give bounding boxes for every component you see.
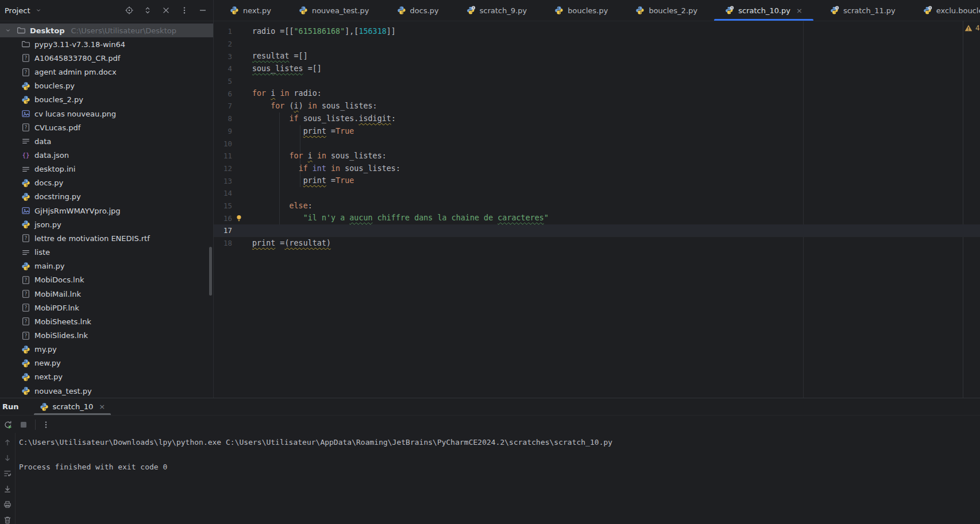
code-line-9[interactable]: 9 print =True [214,125,980,138]
tab-boucles_2.py[interactable]: boucles_2.py [622,0,711,21]
editor-code-area[interactable]: 1radio =[["615186168"],[156318]]23result… [214,25,980,249]
code-line-2[interactable]: 2 [214,38,980,51]
line-number[interactable]: 15 [214,201,232,210]
tree-item-MobiMail.lnk[interactable]: ?MobiMail.lnk [0,287,213,301]
code-line-14[interactable]: 14 [214,187,980,200]
code-line-11[interactable]: 11 for i in sous_listes: [214,150,980,162]
tree-item-liste[interactable]: liste [0,246,213,259]
locate-file-icon[interactable] [125,6,134,15]
soft-wrap-icon[interactable] [3,469,12,478]
run-tab-close-icon[interactable]: × [99,402,105,411]
line-number[interactable]: 12 [214,164,232,173]
python-icon [21,192,30,201]
code-line-3[interactable]: 3resultat =[] [214,50,980,63]
hide-panel-icon[interactable] [198,6,207,15]
tab-exclu.boucle.py[interactable]: exclu.boucle.py [909,0,980,21]
tree-item-my.py[interactable]: my.py [0,343,213,356]
line-number[interactable]: 10 [214,139,232,148]
console-more-options-icon[interactable] [41,420,51,430]
tree-item-lettre de motivation ENEDIS.rtf[interactable]: ?lettre de motivation ENEDIS.rtf [0,231,213,245]
line-number[interactable]: 4 [214,64,232,73]
tree-item-MobiSheets.lnk[interactable]: ?MobiSheets.lnk [0,315,213,328]
more-options-icon[interactable] [180,6,189,15]
stop-icon[interactable] [18,420,29,430]
tab-nouvea_test.py[interactable]: nouvea_test.py [285,0,383,21]
line-number[interactable]: 5 [214,77,232,86]
scroll-to-end-icon[interactable] [3,484,12,494]
tree-item-pypy3.11-v7.3.18-win64[interactable]: pypy3.11-v7.3.18-win64 [0,37,213,51]
code-line-6[interactable]: 6for i in radio: [214,87,980,100]
tab-scratch_9.py[interactable]: scratch_9.py [453,0,541,21]
code-line-15[interactable]: 15 else: [214,200,980,212]
tab-next.py[interactable]: next.py [216,0,285,21]
tree-item-MobiPDF.lnk[interactable]: ?MobiPDF.lnk [0,301,213,315]
tree-item-data[interactable]: data [0,134,213,148]
code-line-13[interactable]: 13 print =True [214,174,980,187]
chevron-down-icon[interactable] [34,6,43,15]
code-line-10[interactable]: 10 [214,137,980,150]
tree-root-desktop[interactable]: Desktop C:\Users\Utilisateur\Desktop [0,24,213,37]
tree-item-MobiDocs.lnk[interactable]: ?MobiDocs.lnk [0,273,213,287]
tab-docs.py[interactable]: docs.py [383,0,453,21]
tree-item-data.json[interactable]: {}data.json [0,148,213,162]
project-panel-title[interactable]: Project [5,6,30,15]
project-scrollbar-thumb[interactable] [209,247,212,296]
tree-item-docstring.py[interactable]: docstring.py [0,190,213,204]
tree-item-cv lucas nouveau.png[interactable]: cv lucas nouveau.png [0,107,213,121]
tree-item-A10645833780_CR.pdf[interactable]: ?A10645833780_CR.pdf [0,51,213,65]
collapse-all-icon[interactable] [161,6,171,15]
line-number[interactable]: 6 [214,90,232,98]
tree-item-docs.py[interactable]: docs.py [0,176,213,190]
tree-item-json.py[interactable]: json.py [0,218,213,231]
tree-item-desktop.ini[interactable]: desktop.ini [0,162,213,176]
next-occurrence-icon[interactable] [3,453,12,463]
line-number[interactable]: 9 [214,127,232,135]
code-line-18[interactable]: 18print =(resultat) [214,237,980,250]
print-icon[interactable] [3,500,12,509]
code-line-5[interactable]: 5 [214,75,980,88]
line-number[interactable]: 17 [214,226,232,235]
tree-item-agent admin pm.docx[interactable]: ?agent admin pm.docx [0,65,213,79]
line-number[interactable]: 3 [214,52,232,61]
inspections-widget[interactable]: 4 [964,24,980,33]
code-line-7[interactable]: 7 for (i) in sous_listes: [214,100,980,112]
line-number[interactable]: 7 [214,102,232,110]
code-line-8[interactable]: 8 if sous_listes.isdigit: [214,112,980,125]
line-number[interactable]: 2 [214,40,232,48]
tree-item-nouvea_test.py[interactable]: nouvea_test.py [0,384,213,398]
prev-occurrence-icon[interactable] [3,438,12,447]
line-number[interactable]: 8 [214,114,232,123]
rerun-icon[interactable] [3,420,13,430]
tab-scratch_10.py[interactable]: scratch_10.py× [711,0,816,21]
code-line-4[interactable]: 4sous_listes =[] [214,63,980,75]
file-name: agent admin pm.docx [34,68,117,76]
tree-item-boucles.py[interactable]: boucles.py [0,79,213,93]
clear-all-icon[interactable] [3,515,12,524]
run-tab-scratch-10[interactable]: scratch_10 × [34,398,111,415]
line-number[interactable]: 18 [214,239,232,247]
code-line-17[interactable]: 17 [214,224,980,237]
tree-item-new.py[interactable]: new.py [0,356,213,370]
chevron-down-icon[interactable] [3,26,13,35]
tab-close-icon[interactable]: × [796,6,802,15]
editor-pane[interactable]: 1radio =[["615186168"],[156318]]23result… [214,21,980,398]
tab-scratch_11.py[interactable]: scratch_11.py [816,0,909,21]
console-output[interactable]: C:\Users\Utilisateur\Downloads\lpy\pytho… [19,436,974,473]
line-number[interactable]: 11 [214,152,232,160]
tree-item-MobiSlides.lnk[interactable]: ?MobiSlides.lnk [0,328,213,342]
line-number[interactable]: 14 [214,189,232,197]
code-line-1[interactable]: 1radio =[["615186168"],[156318]] [214,25,980,38]
line-number[interactable]: 13 [214,177,232,185]
intention-bulb-icon[interactable] [234,214,244,223]
line-number[interactable]: 1 [214,27,232,36]
tab-boucles.py[interactable]: boucles.py [541,0,622,21]
tree-item-GjHjsRmWMAYVpro.jpg[interactable]: GjHjsRmWMAYVpro.jpg [0,204,213,218]
tree-item-next.py[interactable]: next.py [0,370,213,384]
code-line-16[interactable]: 16 "il n'y a aucun chiffre dans la chain… [214,212,980,224]
tree-item-boucles_2.py[interactable]: boucles_2.py [0,93,213,107]
tree-item-CVLucas.pdf[interactable]: ?CVLucas.pdf [0,121,213,134]
expand-all-icon[interactable] [143,6,152,15]
code-line-12[interactable]: 12 if int in sous_listes: [214,162,980,175]
line-number[interactable]: 16 [214,214,232,223]
tree-item-main.py[interactable]: main.py [0,259,213,273]
